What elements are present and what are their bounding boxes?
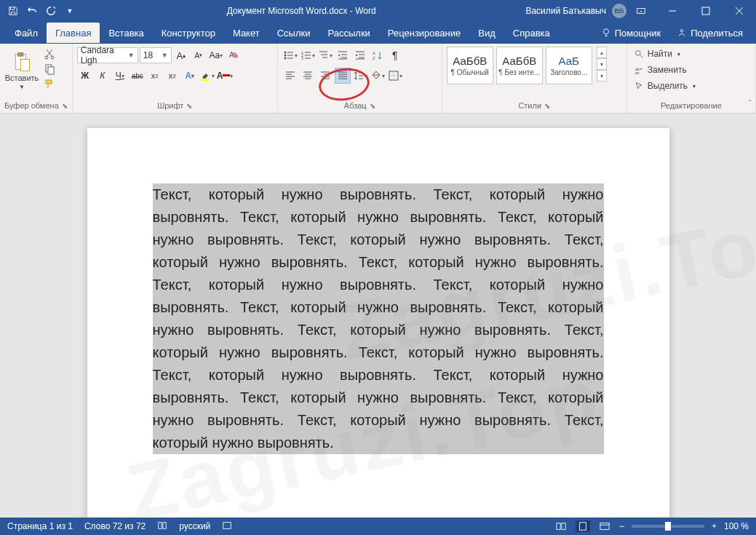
subscript-button[interactable]: x2: [147, 68, 163, 84]
style-normal[interactable]: АаБбВ¶ Обычный: [447, 47, 493, 84]
styles-expand[interactable]: ▾: [597, 70, 607, 82]
document-body-text[interactable]: Текст, который нужно выровнять. Текст, к…: [153, 183, 604, 454]
tab-home[interactable]: Главная: [47, 23, 100, 43]
font-size-combo[interactable]: 18▼: [140, 47, 172, 63]
align-center-button[interactable]: [300, 68, 316, 84]
tab-references[interactable]: Ссылки: [268, 23, 319, 43]
tab-file[interactable]: Файл: [6, 23, 47, 43]
style-heading1[interactable]: АаБЗаголово...: [546, 47, 592, 84]
macro-button[interactable]: [222, 520, 232, 533]
zoom-in-button[interactable]: +: [712, 521, 717, 531]
show-marks-button[interactable]: ¶: [387, 47, 403, 63]
statusbar: Страница 1 из 1 Слово 72 из 72 русский −…: [0, 518, 756, 535]
zoom-out-button[interactable]: −: [619, 521, 624, 531]
tab-design[interactable]: Конструктор: [153, 23, 224, 43]
tab-view[interactable]: Вид: [469, 23, 504, 43]
ribbon-display-button[interactable]: [632, 2, 650, 20]
text-effects-button[interactable]: A: [182, 68, 198, 84]
italic-button[interactable]: К: [95, 68, 111, 84]
redo-button[interactable]: [42, 2, 60, 20]
paste-button[interactable]: Вставить ▼: [4, 47, 39, 95]
view-web-button[interactable]: [597, 520, 612, 532]
quick-access-toolbar: ▼: [0, 2, 83, 20]
grow-font-button[interactable]: A▴: [173, 47, 189, 63]
editing-group-label: Редактирование: [661, 101, 722, 110]
minimize-button[interactable]: [656, 0, 689, 22]
styles-row-down[interactable]: ▾: [597, 58, 607, 70]
cut-button[interactable]: [42, 47, 57, 61]
shrink-font-button[interactable]: A▾: [191, 47, 207, 63]
word-count[interactable]: Слово 72 из 72: [84, 521, 146, 531]
paste-label: Вставить: [5, 74, 39, 82]
shading-button[interactable]: [370, 68, 386, 84]
bold-button[interactable]: Ж: [77, 68, 93, 84]
tab-help[interactable]: Справка: [504, 23, 559, 43]
highlight-button[interactable]: [199, 68, 215, 84]
svg-point-15: [284, 58, 286, 60]
view-read-button[interactable]: [554, 520, 568, 532]
replace-button[interactable]: abacЗаменить: [632, 63, 690, 77]
change-case-button[interactable]: Aa: [208, 47, 224, 63]
paragraph-launcher[interactable]: ⬊: [370, 102, 375, 110]
share-button[interactable]: Поделиться: [671, 28, 749, 39]
svg-rect-5: [18, 52, 23, 55]
decrease-indent-button[interactable]: [335, 47, 351, 63]
select-button[interactable]: Выделить▾: [632, 79, 699, 93]
align-left-button[interactable]: [282, 68, 298, 84]
book-icon: [157, 520, 167, 531]
page-indicator[interactable]: Страница 1 из 1: [7, 521, 73, 531]
numbering-button[interactable]: 123: [300, 47, 316, 63]
tab-insert[interactable]: Вставка: [100, 23, 152, 43]
tab-review[interactable]: Рецензирование: [379, 23, 469, 43]
view-print-button[interactable]: [576, 520, 590, 532]
line-spacing-button[interactable]: [352, 68, 368, 84]
borders-button[interactable]: [387, 68, 403, 84]
user-avatar[interactable]: ВБ: [612, 4, 626, 18]
paragraph-group-label: Абзац: [344, 101, 367, 110]
format-painter-button[interactable]: [42, 77, 57, 92]
clear-formatting-button[interactable]: A: [226, 47, 242, 63]
zoom-level[interactable]: 100 %: [724, 521, 749, 531]
tab-mailings[interactable]: Рассылки: [319, 23, 378, 43]
svg-text:ac: ac: [635, 71, 640, 75]
window-title: Документ Microsoft Word.docx - Word: [83, 6, 520, 16]
find-button[interactable]: Найти▾: [632, 47, 683, 61]
style-nospacing[interactable]: АаБбВ¶ Без инте...: [496, 47, 543, 84]
maximize-button[interactable]: [689, 0, 723, 22]
svg-rect-26: [557, 523, 560, 530]
zoom-slider[interactable]: [632, 525, 704, 528]
strikethrough-button[interactable]: abc: [130, 68, 146, 84]
user-name[interactable]: Василий Батькавыч: [525, 6, 606, 16]
superscript-button[interactable]: x2: [164, 68, 180, 84]
styles-launcher[interactable]: ⬊: [544, 102, 550, 110]
copy-button[interactable]: [42, 62, 57, 76]
qat-customize-button[interactable]: ▼: [61, 2, 79, 20]
clipboard-launcher[interactable]: ⬊: [62, 102, 68, 110]
paste-icon: [12, 52, 32, 72]
share-icon: [677, 28, 687, 38]
close-button[interactable]: [723, 0, 756, 22]
svg-text:Z: Z: [373, 56, 375, 60]
svg-point-22: [635, 50, 640, 55]
styles-row-up[interactable]: ▴: [597, 47, 607, 58]
language-indicator[interactable]: русский: [179, 521, 210, 531]
save-button[interactable]: [4, 2, 22, 20]
document-area[interactable]: Zagruzi.Top Zagruzi.Top Текст, который н…: [0, 114, 756, 518]
tell-me-button[interactable]: Помощник: [595, 28, 667, 39]
font-launcher[interactable]: ⬊: [186, 102, 192, 110]
replace-icon: abac: [634, 66, 644, 75]
bullets-button[interactable]: [282, 47, 298, 63]
collapse-ribbon-button[interactable]: ˆ: [749, 99, 752, 108]
align-right-button[interactable]: [317, 68, 333, 84]
align-justify-button[interactable]: [335, 68, 351, 84]
font-color-button[interactable]: A: [217, 68, 233, 84]
tab-layout[interactable]: Макет: [224, 23, 268, 43]
proofing-button[interactable]: [157, 520, 167, 533]
multilevel-list-button[interactable]: [317, 47, 333, 63]
share-label: Поделиться: [691, 28, 743, 39]
sort-button[interactable]: AZ: [370, 47, 386, 63]
undo-button[interactable]: [23, 2, 41, 20]
font-name-combo[interactable]: Candara Ligh▼: [77, 47, 138, 63]
underline-button[interactable]: Ч: [112, 68, 128, 84]
increase-indent-button[interactable]: [352, 47, 368, 63]
